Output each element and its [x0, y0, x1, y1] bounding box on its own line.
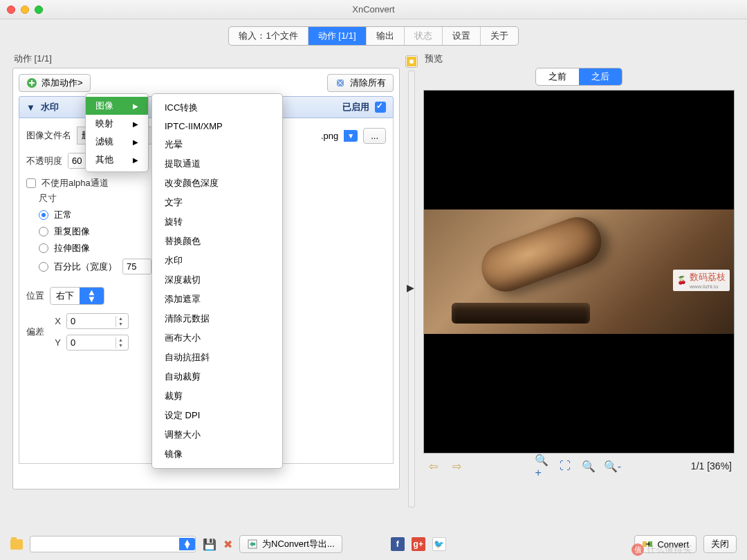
offset-y-stepper[interactable]: ▲▼ [66, 335, 129, 351]
footer: ▲▼ 💾 ✖ 为NConvert导出... f g+ 🐦 Convert 关闭 [10, 535, 737, 553]
next-image-icon[interactable]: ⇨ [450, 459, 463, 473]
twitter-icon[interactable]: 🐦 [432, 537, 446, 551]
save-icon[interactable]: 💾 [203, 538, 216, 551]
submenu-item[interactable]: 设定 DPI [152, 406, 282, 425]
tab-before[interactable]: 之前 [536, 68, 579, 85]
radio-stretch-label: 拉伸图像 [54, 242, 90, 254]
tab-input[interactable]: 输入：1个文件 [229, 27, 308, 45]
splitter[interactable]: ▶ [407, 51, 416, 507]
accordion-title: 水印 [41, 101, 59, 113]
step-down-icon[interactable]: ▼ [116, 321, 125, 327]
submenu-item[interactable]: 调整大小 [152, 425, 282, 445]
facebook-icon[interactable]: f [391, 537, 405, 551]
path-dropdown[interactable]: ▲▼ [30, 536, 196, 552]
prev-image-icon[interactable]: ⇦ [426, 459, 440, 473]
chevron-right-icon: ▶ [133, 138, 138, 146]
splitter-track[interactable]: ▶ [408, 71, 415, 507]
offset-x-input[interactable] [67, 314, 116, 328]
submenu-item[interactable]: 替换颜色 [152, 232, 282, 251]
no-alpha-label: 不使用alpha通道 [42, 177, 109, 189]
collapse-right-icon[interactable]: ▶ [407, 282, 414, 293]
tab-actions[interactable]: 动作 [1/1] [308, 27, 367, 45]
zoom-out-icon[interactable]: 🔍- [605, 459, 619, 473]
step-down-icon[interactable]: ▼ [116, 343, 125, 348]
watermark-url: www.lizhi.io [690, 283, 726, 290]
submenu-item[interactable]: 自动抗扭斜 [152, 348, 282, 367]
submenu-item[interactable]: 清除元数据 [152, 309, 282, 328]
menu-item-filter[interactable]: 滤镜▶ [86, 133, 148, 151]
menu-item-other[interactable]: 其他▶ [86, 151, 148, 169]
submenu-item[interactable]: 画布大小 [152, 328, 282, 348]
submenu-item[interactable]: 深度裁切 [152, 270, 282, 290]
enabled-checkbox[interactable] [375, 102, 386, 113]
preview-image: 数码荔枝 www.lizhi.io [424, 209, 734, 334]
submenu-item[interactable]: 自动裁剪 [152, 367, 282, 386]
chevron-down-icon[interactable]: ▼ [344, 130, 358, 142]
submenu-item[interactable]: ICC转换 [152, 98, 282, 118]
submenu-item[interactable]: 旋转 [152, 212, 282, 232]
position-value: 右下 [50, 288, 80, 304]
add-action-button[interactable]: 添加动作> [19, 74, 91, 92]
radio-repeat-label: 重复图像 [54, 225, 90, 238]
radio-repeat[interactable] [39, 227, 48, 236]
watermark-badge: 数码荔枝 www.lizhi.io [673, 270, 730, 291]
menu-item-image[interactable]: 图像▶ [86, 97, 148, 115]
submenu-item[interactable]: 光晕 [152, 135, 282, 154]
titlebar: XnConvert [0, 0, 747, 19]
clear-all-label: 清除所有 [350, 77, 386, 89]
chevron-down-icon: ▼ [26, 102, 35, 113]
image-submenu: ICC转换 IPTC-IIM/XMP 光晕 提取通道 改变颜色深度 文字 旋转 … [151, 93, 283, 469]
file-ext: .png [321, 131, 338, 141]
step-up-icon[interactable]: ▲ [116, 316, 125, 321]
chevron-right-icon: ▶ [133, 156, 138, 164]
export-label: 为NConvert导出... [262, 538, 335, 550]
tab-settings[interactable]: 设置 [443, 27, 481, 45]
close-button[interactable]: 关闭 [703, 535, 737, 553]
no-alpha-checkbox[interactable] [26, 178, 36, 188]
submenu-item[interactable]: 裁剪 [152, 386, 282, 406]
main-tabs: 输入：1个文件 动作 [1/1] 输出 状态 设置 关于 [0, 19, 747, 51]
submenu-item[interactable]: 文字 [152, 193, 282, 212]
offset-label: 偏差 [26, 326, 44, 338]
percent-stepper[interactable] [122, 259, 151, 274]
offset-x-stepper[interactable]: ▲▼ [66, 313, 129, 329]
radio-normal[interactable] [39, 210, 48, 220]
zoom-actual-icon[interactable]: 🔍 [582, 459, 596, 473]
delete-icon[interactable]: ✖ [223, 538, 232, 551]
x-label: X [50, 316, 61, 326]
submenu-item[interactable]: 提取通道 [152, 154, 282, 174]
radio-stretch[interactable] [39, 243, 48, 253]
file-label: 图像文件名 [26, 129, 71, 142]
export-nconvert-button[interactable]: 为NConvert导出... [239, 535, 342, 553]
position-select[interactable]: 右下 ▲▼ [50, 287, 104, 305]
submenu-item[interactable]: 改变颜色深度 [152, 174, 282, 193]
preview-tabs: 之前 之后 [535, 68, 622, 86]
watermark-brand: 数码荔枝 [690, 272, 726, 282]
zoom-in-icon[interactable]: 🔍+ [535, 459, 548, 473]
preview-section-label: 预览 [425, 53, 735, 65]
offset-y-input[interactable] [67, 335, 116, 350]
preview-thumb-button[interactable] [405, 55, 418, 68]
fit-screen-icon[interactable]: ⛶ [558, 459, 572, 473]
tab-output[interactable]: 输出 [367, 27, 405, 45]
radio-percent-label: 百分比（宽度） [54, 261, 117, 273]
tab-about[interactable]: 关于 [481, 27, 518, 45]
submenu-item[interactable]: 镜像 [152, 445, 282, 464]
folder-icon[interactable] [10, 539, 23, 550]
tab-status[interactable]: 状态 [405, 27, 443, 45]
googleplus-icon[interactable]: g+ [412, 537, 425, 551]
clear-all-button[interactable]: 清除所有 [327, 74, 394, 92]
select-arrows-icon: ▲▼ [80, 288, 104, 304]
menu-item-map[interactable]: 映射▶ [86, 115, 148, 133]
submenu-item[interactable]: IPTC-IIM/XMP [152, 118, 282, 135]
percent-input[interactable] [123, 259, 151, 274]
radio-percent[interactable] [39, 262, 48, 272]
step-up-icon[interactable]: ▲ [116, 337, 125, 343]
plus-icon [26, 77, 37, 88]
radio-normal-label: 正常 [54, 209, 72, 221]
submenu-item[interactable]: 水印 [152, 251, 282, 270]
tab-after[interactable]: 之后 [579, 68, 622, 85]
svg-point-3 [409, 59, 414, 64]
browse-button[interactable]: ... [363, 128, 386, 144]
submenu-item[interactable]: 添加遮罩 [152, 290, 282, 309]
